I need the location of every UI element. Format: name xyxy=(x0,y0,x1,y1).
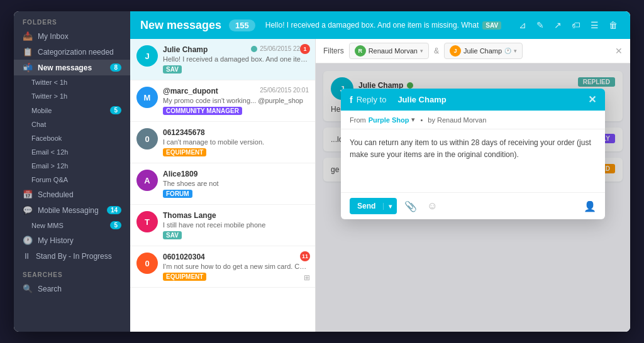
sidebar-item-mobile-messaging[interactable]: 💬 Mobile Messaging 14 xyxy=(14,202,130,218)
sidebar-item-facebook[interactable]: Facebook xyxy=(14,131,130,145)
sidebar-item-forum-qa[interactable]: Forum Q&A xyxy=(14,173,130,187)
msg-sender: Julie Champ xyxy=(163,45,208,54)
sidebar-item-categorization[interactable]: 📋 Categorization needed xyxy=(14,44,130,60)
sidebar-item-search[interactable]: 🔍 Search xyxy=(14,281,130,297)
sidebar-item-my-history[interactable]: 🕐 My History xyxy=(14,232,130,248)
main-content: New messages 155 Hello! I received a dam… xyxy=(130,11,630,332)
sidebar-item-stand-by[interactable]: ⏸ Stand By - In Progress xyxy=(14,248,130,264)
filter-bar: Filters R Renaud Morvan ▾ & J Julie Cham… xyxy=(316,39,630,63)
message-body: @marc_dupont 25/06/2015 20:01 My promo c… xyxy=(163,87,309,115)
modal-footer: Send ▾ 📎 ☺ 👤 xyxy=(341,192,605,219)
sidebar-item-label: Forum Q&A xyxy=(31,176,68,183)
sidebar-item-label: Twitter < 1h xyxy=(31,79,67,86)
sidebar-item-label: Chat xyxy=(31,121,46,128)
scheduled-icon: 📅 xyxy=(23,190,33,199)
message-item-alice[interactable]: A Alice1809 The shoes are not FORUM xyxy=(130,163,315,205)
tag-button[interactable]: 🏷 xyxy=(569,19,583,31)
tag-dot xyxy=(251,46,257,52)
forward-button[interactable]: ↗ xyxy=(552,19,564,31)
customer-name: Julie Champ xyxy=(464,47,502,55)
modal-overlay: f Reply to Julie Champ ✕ From Purple Sho… xyxy=(316,63,630,332)
customer-avatar: J xyxy=(450,45,461,57)
sidebar-item-label: Email > 12h xyxy=(31,162,68,170)
sidebar-item-new-mms[interactable]: New MMS 5 xyxy=(14,218,130,232)
filter-close-button[interactable]: ✕ xyxy=(615,46,623,56)
sidebar-item-label: My Inbox xyxy=(38,32,69,41)
filter-button[interactable]: ⊿ xyxy=(516,19,529,31)
msg-badge: 11 xyxy=(300,251,310,261)
edit-button[interactable]: ✎ xyxy=(534,19,547,31)
sidebar-item-email-gt12h[interactable]: Email > 12h xyxy=(14,159,130,173)
history-icon: 🕐 xyxy=(23,236,33,245)
sidebar-item-twitter-1h[interactable]: Twitter < 1h xyxy=(14,75,130,89)
message-item-0601[interactable]: 0 0601020304 I'm not sure how to do get … xyxy=(130,246,315,288)
filter-chip-agent[interactable]: R Renaud Morvan ▾ xyxy=(349,43,429,59)
avatar: T xyxy=(136,211,158,232)
topbar-subject: Hello! I received a damaged box. And one… xyxy=(265,21,516,30)
filter-label: Filters xyxy=(323,46,344,55)
sidebar-item-twitter-gt1h[interactable]: Twitter > 1h xyxy=(14,89,130,103)
archive-button[interactable]: ☰ xyxy=(588,19,601,31)
msg-preview: I'm not sure how to do get a new sim car… xyxy=(163,263,309,270)
message-body: Thomas Lange I still have not recei mobi… xyxy=(163,211,309,239)
chevron-down-icon: ▾ xyxy=(411,116,415,124)
msg-sender: 0612345678 xyxy=(163,128,205,137)
message-item-0612[interactable]: 0 0612345678 I can't manage to mobile ve… xyxy=(130,122,315,163)
topbar: New messages 155 Hello! I received a dam… xyxy=(130,11,630,39)
search-icon: 🔍 xyxy=(23,284,33,293)
sidebar-item-email-lt12h[interactable]: Email < 12h xyxy=(14,145,130,159)
sidebar-item-label: Stand By - In Progress xyxy=(36,252,112,261)
facebook-icon: f xyxy=(350,95,353,105)
msg-tag: FORUM xyxy=(163,190,192,198)
assign-person-icon[interactable]: 👤 xyxy=(584,200,596,212)
msg-preview: My promo code isn't working... @purple_s… xyxy=(163,97,309,104)
topbar-actions: ⊿ ✎ ↗ 🏷 ☰ 🗑 xyxy=(516,19,620,31)
topbar-count: 155 xyxy=(229,19,255,31)
sidebar-item-label: Search xyxy=(38,285,62,293)
modal-from: From Purple Shop ▾ • by Renaud Morvan xyxy=(341,111,605,129)
stand-by-icon: ⏸ xyxy=(23,251,31,261)
sidebar-item-label: Email < 12h xyxy=(31,148,68,156)
from-shop[interactable]: Purple Shop xyxy=(369,116,409,124)
msg-sender: Thomas Lange xyxy=(163,211,216,220)
send-dropdown-arrow[interactable]: ▾ xyxy=(383,203,397,210)
sidebar-item-label: Twitter > 1h xyxy=(31,92,67,100)
message-body: Julie Champ 25/06/2015 22:08 Hello! I re… xyxy=(163,45,309,74)
sidebar-item-mobile[interactable]: Mobile 5 xyxy=(14,103,130,117)
modal-header: f Reply to Julie Champ ✕ xyxy=(341,89,605,111)
msg-sender: Alice1809 xyxy=(163,170,197,178)
msg-sender: @marc_dupont xyxy=(163,87,218,95)
sidebar-item-label: New MMS xyxy=(31,222,64,229)
sidebar-item-label: Mobile Messaging xyxy=(38,206,99,215)
message-list: J Julie Champ 25/06/2015 22:08 Hello! I … xyxy=(130,39,316,332)
sidebar-item-new-messages[interactable]: 📬 New messages 8 xyxy=(14,60,130,75)
sidebar-item-my-inbox[interactable]: 📥 My Inbox xyxy=(14,28,130,44)
new-messages-icon: 📬 xyxy=(23,63,33,72)
send-button[interactable]: Send ▾ xyxy=(350,198,397,214)
sidebar-item-chat[interactable]: Chat xyxy=(14,117,130,131)
emoji-icon[interactable]: ☺ xyxy=(425,199,440,213)
message-item-julie[interactable]: J Julie Champ 25/06/2015 22:08 Hello! I … xyxy=(130,39,315,80)
sidebar-item-scheduled[interactable]: 📅 Scheduled xyxy=(14,187,130,202)
new-messages-badge: 8 xyxy=(110,63,121,72)
send-button-label: Send xyxy=(350,202,383,210)
clock-icon: 🕐 xyxy=(504,48,511,54)
msg-tag: SAV xyxy=(163,65,182,74)
attachment-icon[interactable]: 📎 xyxy=(402,199,419,214)
modal-close-button[interactable]: ✕ xyxy=(588,94,596,106)
avatar: M xyxy=(136,87,158,108)
agent-name: Renaud Morvan xyxy=(369,47,418,55)
sidebar-item-label: Scheduled xyxy=(38,190,74,199)
msg-tag: SAV xyxy=(163,231,182,239)
filter-chip-customer[interactable]: J Julie Champ 🕐 ▾ xyxy=(444,43,523,59)
new-mms-badge: 5 xyxy=(110,221,121,229)
mobile-messaging-icon: 💬 xyxy=(23,205,33,215)
detail-panel: Filters R Renaud Morvan ▾ & J Julie Cham… xyxy=(316,39,630,332)
message-item-thomas[interactable]: T Thomas Lange I still have not recei mo… xyxy=(130,205,315,246)
content-row: J Julie Champ 25/06/2015 22:08 Hello! I … xyxy=(130,39,630,332)
folders-section-title: FOLDERS xyxy=(14,11,130,28)
delete-button[interactable]: 🗑 xyxy=(606,19,620,31)
modal-body: You can return any item to us within 28 … xyxy=(341,129,605,192)
message-item-marc[interactable]: M @marc_dupont 25/06/2015 20:01 My promo… xyxy=(130,80,315,122)
msg-tag: COMMUNITY MANAGER xyxy=(163,107,242,115)
